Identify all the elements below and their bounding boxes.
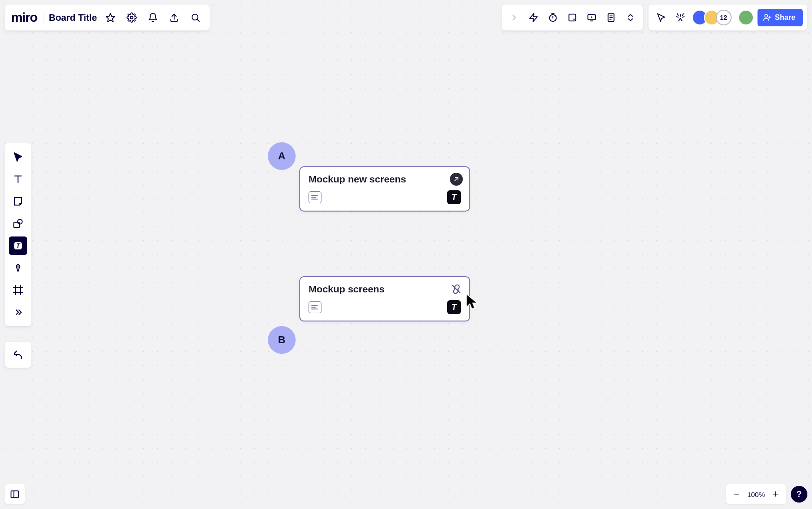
zoom-in-button[interactable]: + (770, 488, 782, 500)
annotation-badge-b: B (268, 326, 296, 354)
notifications-icon[interactable] (145, 10, 161, 25)
share-button[interactable]: Share (757, 9, 803, 26)
settings-icon[interactable] (124, 10, 139, 25)
svg-point-10 (573, 18, 575, 20)
svg-rect-32 (11, 491, 19, 498)
cursor-tool-icon[interactable] (653, 10, 669, 25)
frame-tool[interactable] (9, 281, 27, 299)
help-button[interactable]: ? (791, 486, 807, 503)
sticky-tool[interactable] (9, 192, 27, 211)
divider (43, 11, 43, 24)
note-icon[interactable] (564, 10, 580, 25)
task-card[interactable]: Mockup new screens T (299, 166, 470, 212)
app-logo[interactable]: miro (11, 10, 37, 25)
bottom-right-cluster: − 100% + ? (726, 484, 807, 504)
app-badge-icon: T (447, 190, 461, 204)
avatar-overflow-count[interactable]: 12 (716, 10, 732, 25)
select-tool[interactable] (9, 148, 27, 166)
avatar-self[interactable] (738, 10, 754, 25)
reactions-icon[interactable] (673, 10, 688, 25)
left-toolbar: T (5, 143, 31, 326)
topbar-left: miro Board Title (5, 5, 210, 30)
undo-button[interactable] (9, 345, 27, 364)
svg-rect-9 (569, 14, 576, 21)
apps-bar (502, 5, 643, 30)
description-icon[interactable] (309, 301, 321, 313)
timer-icon[interactable] (545, 10, 561, 25)
svg-point-1 (130, 16, 133, 19)
present-icon[interactable] (584, 10, 600, 25)
star-icon[interactable] (103, 10, 118, 25)
undo-bar (5, 342, 31, 368)
expand-icon[interactable] (450, 173, 463, 186)
cursor-icon (466, 294, 479, 309)
svg-text:T: T (16, 242, 21, 249)
card-title: Mockup new screens (309, 174, 461, 185)
task-card[interactable]: Mockup screens T (299, 276, 470, 321)
topbar-right: 12 Share (502, 5, 807, 30)
search-icon[interactable] (188, 10, 203, 25)
more-apps-icon[interactable] (623, 10, 638, 25)
document-icon[interactable] (603, 10, 619, 25)
shape-tool[interactable] (9, 214, 27, 233)
bolt-icon[interactable] (526, 10, 541, 25)
svg-point-3 (192, 14, 198, 20)
svg-marker-5 (529, 13, 537, 22)
text-tool[interactable] (9, 170, 27, 188)
zoom-bar: − 100% + (726, 484, 786, 504)
svg-rect-23 (14, 222, 19, 228)
zoom-out-button[interactable]: − (731, 488, 743, 500)
svg-line-34 (455, 178, 458, 181)
pen-tool[interactable] (9, 259, 27, 277)
zoom-level[interactable]: 100% (747, 491, 765, 498)
svg-line-4 (197, 19, 199, 21)
card-title: Mockup screens (309, 284, 461, 295)
annotation-badge-a: A (268, 142, 296, 170)
board-title[interactable]: Board Title (49, 12, 97, 23)
app-badge-icon: T (447, 300, 461, 314)
description-icon[interactable] (309, 191, 321, 203)
svg-marker-12 (591, 16, 593, 18)
svg-point-18 (764, 14, 767, 17)
collab-bar: 12 Share (648, 5, 807, 30)
unlink-icon[interactable] (450, 283, 463, 296)
chevron-right-icon[interactable] (506, 10, 522, 25)
share-label: Share (775, 13, 795, 22)
panel-toggle-button[interactable] (5, 484, 25, 504)
canvas[interactable] (0, 0, 812, 509)
app-tool[interactable]: T (9, 236, 27, 255)
export-icon[interactable] (166, 10, 182, 25)
more-tools[interactable] (9, 303, 27, 321)
svg-marker-0 (106, 13, 115, 22)
avatar-stack[interactable]: 12 (692, 10, 732, 25)
